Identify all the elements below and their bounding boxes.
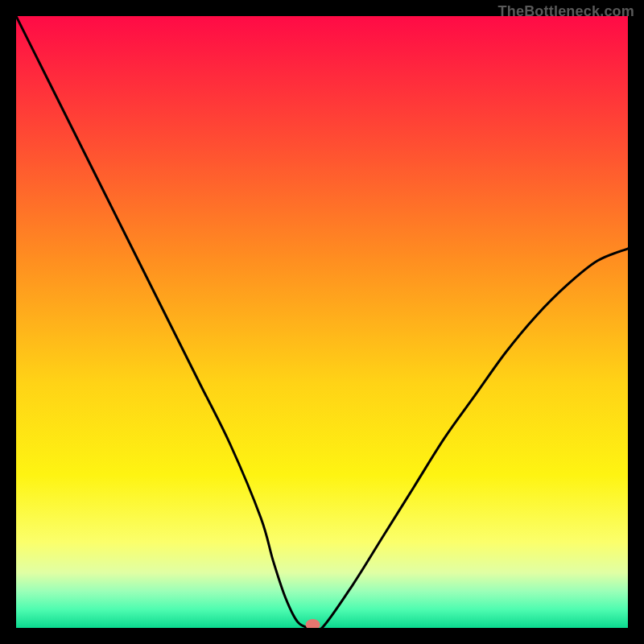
chart-svg <box>16 16 628 628</box>
gradient-background <box>16 16 628 628</box>
plot-area <box>16 16 628 628</box>
attribution-label: TheBottleneck.com <box>498 3 634 20</box>
chart-container: TheBottleneck.com <box>0 0 644 644</box>
